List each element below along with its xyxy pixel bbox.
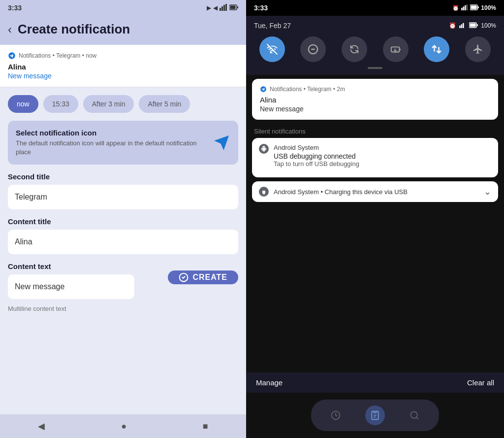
charging-brand: Android System (274, 188, 319, 196)
create-button[interactable]: CREATE (168, 270, 238, 284)
svg-rect-16 (461, 24, 463, 28)
notifications-icon: ◀ (213, 4, 218, 11)
svg-rect-9 (463, 6, 465, 10)
chip-now[interactable]: now (8, 95, 38, 113)
home-nav-icon[interactable]: ● (121, 421, 126, 432)
second-title-input[interactable] (8, 185, 238, 209)
chip-after5[interactable]: After 5 min (139, 95, 190, 113)
charging-left: Android System • Charging this device vi… (259, 187, 408, 197)
right-time: 3:33 (254, 4, 268, 12)
left-status-icons: ▶ ◀ (207, 4, 238, 12)
battery-saver-toggle[interactable] (383, 36, 409, 62)
quick-settings: Tue, Feb 27 ⏰ 100% (246, 16, 504, 75)
right-nav-pill (311, 400, 439, 431)
usb-debug-row: Android System USB debugging connected T… (259, 144, 491, 168)
create-button-label: CREATE (192, 273, 227, 282)
svg-rect-8 (461, 8, 463, 10)
icon-selector[interactable]: Select notification icon The default not… (8, 121, 238, 165)
multiline-label: Multiline content text (8, 305, 238, 312)
svg-rect-5 (230, 5, 236, 9)
wifi-off-toggle[interactable] (259, 36, 285, 62)
icon-selector-title: Select notification icon (16, 129, 213, 137)
svg-point-29 (411, 412, 417, 418)
manage-button[interactable]: Manage (256, 378, 283, 387)
svg-point-21 (270, 52, 272, 54)
right-search-icon[interactable] (405, 405, 424, 425)
svg-rect-11 (467, 4, 468, 10)
notification-preview: Notifications • Telegram • now Alina New… (0, 45, 246, 87)
navigation-icon: ▶ (207, 4, 211, 11)
second-title-section: Second title (0, 172, 246, 209)
notif-sender: Alina (8, 63, 238, 71)
svg-rect-15 (459, 25, 461, 28)
second-title-label: Second title (8, 172, 238, 181)
left-nav-bar: ◀ ● ■ (0, 414, 246, 438)
content-title-input[interactable] (8, 230, 238, 254)
qs-alarm-icon: ⏰ (449, 22, 456, 29)
dnd-toggle[interactable] (300, 36, 326, 62)
notif-meta-text: Notifications • Telegram • now (19, 52, 96, 59)
right-clock-icon[interactable] (326, 405, 346, 425)
svg-rect-0 (220, 8, 221, 11)
battery-icon (229, 4, 238, 12)
content-text-input[interactable] (8, 274, 134, 299)
left-time: 3:33 (8, 4, 22, 12)
qs-signal-icon (459, 22, 466, 30)
right-nav-bar (246, 393, 504, 438)
expand-charging-icon[interactable]: ⌄ (484, 186, 491, 197)
notif-meta: Notifications • Telegram • now (8, 52, 238, 60)
usb-debug-brand: Android System (274, 144, 359, 151)
icon-selector-text: Select notification icon The default not… (16, 129, 213, 157)
charging-text: Android System • Charging this device vi… (274, 188, 408, 196)
svg-rect-28 (374, 411, 377, 413)
qs-battery-percent: 100% (481, 22, 496, 29)
back-button[interactable]: ‹ (8, 23, 12, 36)
usb-debug-card[interactable]: Android System USB debugging connected T… (252, 138, 498, 177)
sync-toggle[interactable] (342, 36, 367, 62)
chip-1533[interactable]: 15:33 (43, 95, 78, 113)
recent-nav-icon[interactable]: ■ (203, 421, 208, 432)
svg-rect-14 (478, 6, 479, 8)
svg-rect-13 (471, 6, 477, 9)
bottom-actions: Manage Clear all (246, 372, 504, 393)
scroll-indicator (254, 67, 496, 69)
telegram-notif-card[interactable]: Notifications • Telegram • 2m Alina New … (252, 79, 498, 120)
right-status-bar: 3:33 ⏰ 100% (246, 0, 504, 16)
svg-rect-6 (237, 6, 238, 8)
chip-after3[interactable]: After 3 min (83, 95, 134, 113)
clear-all-button[interactable]: Clear all (467, 378, 494, 387)
data-transfer-toggle[interactable] (424, 36, 449, 62)
signal-icon (220, 4, 227, 12)
alarm-icon: ⏰ (452, 5, 459, 11)
svg-rect-17 (463, 23, 464, 28)
svg-rect-3 (225, 4, 227, 11)
page-title: Create notification (18, 22, 130, 37)
charging-message: Charging this device via USB (325, 188, 408, 196)
right-notif-message: New message (260, 105, 490, 113)
toggle-icons-row (254, 36, 496, 62)
right-notif-meta: Notifications • Telegram • 2m (260, 86, 490, 93)
left-content: Notifications • Telegram • now Alina New… (0, 45, 246, 414)
silent-notifications-header: Silent notifications (252, 124, 498, 138)
right-panel: 3:33 ⏰ 100% Tue, (246, 0, 504, 438)
right-notif-meta-text: Notifications • Telegram • 2m (270, 86, 345, 93)
svg-rect-19 (470, 23, 476, 27)
content-text-label: Content text (8, 262, 238, 270)
battery-percent: 100% (481, 4, 496, 11)
usb-debug-text: Android System USB debugging connected T… (274, 144, 359, 168)
svg-rect-20 (477, 24, 478, 26)
airplane-toggle[interactable] (465, 36, 491, 62)
icon-selector-desc: The default notification icon will appea… (16, 139, 213, 157)
right-notif-area: Notifications • Telegram • 2m Alina New … (246, 75, 504, 372)
svg-rect-1 (221, 6, 223, 11)
back-nav-icon[interactable]: ◀ (38, 421, 45, 432)
charging-notif-card[interactable]: Android System • Charging this device vi… (252, 181, 498, 202)
charging-android-icon (259, 187, 269, 197)
svg-rect-10 (465, 5, 466, 10)
left-header: ‹ Create notification (0, 16, 246, 45)
right-status-icons: ⏰ 100% (452, 4, 496, 11)
svg-rect-2 (223, 5, 225, 11)
right-clipboard-icon[interactable] (365, 405, 385, 425)
time-chips-container: now 15:33 After 3 min After 5 min (0, 87, 246, 121)
left-panel: 3:33 ▶ ◀ ‹ Create n (0, 0, 246, 438)
